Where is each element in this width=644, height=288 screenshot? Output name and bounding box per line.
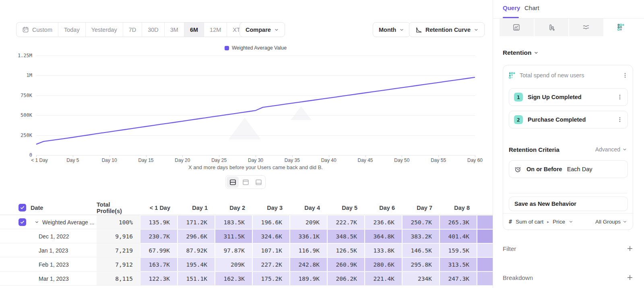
behavior-title: Total spend of new users [520, 72, 617, 79]
chevron-down-icon [569, 220, 573, 224]
column-header-day[interactable]: Day 5 [327, 200, 365, 215]
main-panel: CustomTodayYesterday7D30D3M6M12MXTD Comp… [0, 0, 493, 288]
timing-condition: On or Before [526, 166, 562, 172]
retention-value-cell: 383.2K [402, 230, 439, 243]
row-divider [0, 285, 493, 286]
kebab-menu-icon[interactable] [616, 116, 623, 123]
filter-section[interactable]: Filter [503, 244, 633, 253]
chart-top-view-toggle[interactable] [239, 176, 252, 188]
retention-value-cell: 116.9K [290, 244, 327, 257]
view-toggle-group [225, 175, 266, 189]
retention-value-cell: 135.9K [140, 215, 177, 229]
tab-chart[interactable]: Chart [524, 4, 539, 11]
retention-value-cell: 162.3K [215, 272, 252, 285]
metric-property[interactable]: Price [553, 219, 565, 225]
kebab-menu-icon[interactable] [616, 93, 623, 101]
all-groups-dropdown[interactable]: All Groups [595, 219, 627, 225]
chevron-down-icon [534, 50, 539, 55]
criteria-advanced-dropdown[interactable]: Advanced [595, 146, 627, 153]
column-header-day[interactable]: Day 6 [365, 200, 402, 215]
retention-value-cell: 171.2K [178, 215, 215, 229]
retention-value-cell: 189.9K [290, 272, 327, 285]
breakdown-label: Breakdown [503, 274, 533, 281]
column-header-total-profiles[interactable]: Total Profile(s) [97, 200, 140, 215]
retention-report-app: CustomTodayYesterday7D30D3M6M12MXTD Comp… [0, 0, 644, 288]
insights-icon [512, 23, 520, 31]
retention-value-cell: 234K [402, 272, 439, 285]
split-view-icon [229, 179, 236, 186]
table-bottom-view-toggle[interactable] [252, 176, 264, 188]
column-header-date[interactable]: Date [31, 200, 97, 215]
total-profiles-value: 7,219 [97, 243, 140, 257]
section-dropdown-retention[interactable]: Retention [503, 49, 539, 56]
table-bottom-view-icon [255, 179, 262, 186]
numeric-metric-icon: # [509, 218, 512, 225]
chevron-down-icon [35, 220, 39, 224]
retention-value-cell: 97.87K [215, 244, 252, 257]
step-event-label: Purchase Completed [528, 116, 611, 123]
metric-label[interactable]: Sum of cart [516, 219, 543, 225]
chart-top-view-icon [242, 179, 249, 186]
retention-icon [617, 24, 625, 31]
table-row: Mar 1, 20238,115122.3K151.1K162.3K175.2K… [0, 271, 493, 286]
retention-icon [509, 72, 516, 79]
step-number-badge: 1 [514, 93, 523, 102]
x-axis-caption: X and more days before your Users came b… [36, 164, 475, 170]
retention-value-cell: 227.2K [253, 258, 289, 271]
retention-value-cell: 250.7K [402, 215, 439, 229]
table-row: Dec 1, 20229,916230.7K296.6K311.5K324.6K… [0, 229, 493, 243]
behavior-card: Total spend of new users 1Sign Up Comple… [503, 65, 633, 230]
column-header-day[interactable]: Day 8 [440, 200, 477, 215]
save-as-new-behavior-button[interactable]: Save as New Behavior [509, 197, 628, 211]
chart-line-series [0, 0, 493, 201]
total-profiles-value: 100% [97, 215, 140, 229]
column-header-day[interactable]: Day 7 [402, 200, 440, 215]
tab-retention[interactable] [604, 19, 638, 36]
breakdown-section[interactable]: Breakdown [503, 273, 633, 282]
tab-flows[interactable] [569, 19, 603, 36]
behavior-step-2[interactable]: 2Purchase Completed [509, 111, 628, 128]
retention-value-cell: 133.8K [365, 244, 402, 257]
retention-value-cell: 206.2K [328, 272, 364, 285]
timing-value: Each Day [567, 166, 592, 172]
select-all-checkbox[interactable] [19, 204, 26, 211]
split-view-toggle[interactable] [227, 176, 239, 188]
retention-value-cell: 260.9K [328, 258, 364, 271]
retention-value-cell: 313.5K [440, 258, 477, 271]
column-header-day[interactable]: Day 4 [290, 200, 327, 215]
tab-insights[interactable] [500, 19, 534, 36]
retention-value-cell: 107.1K [253, 244, 289, 257]
caret-right-icon: ▸ [547, 220, 549, 224]
retention-value-cell: 295.8K [402, 258, 439, 271]
tab-query[interactable]: Query [503, 4, 520, 11]
chevron-down-icon [623, 220, 627, 224]
retention-line-chart: Weighted Average Value 0250K500K750K1M1.… [0, 0, 493, 201]
behavior-step-1[interactable]: 1Sign Up Completed [509, 88, 628, 106]
section-label: Retention [503, 49, 531, 56]
kebab-menu-icon[interactable] [621, 72, 629, 79]
row-label: Feb 1, 2023 [39, 261, 69, 268]
retention-value-cell: 364.8K [365, 230, 402, 243]
column-header-day[interactable]: Day 3 [252, 200, 290, 215]
retention-value-cell: 159.5K [440, 244, 477, 257]
retention-value-cell: 222.7K [328, 215, 364, 229]
alarm-clock-icon [514, 166, 522, 173]
retention-value-cell-clipped [477, 215, 493, 229]
row-checkbox[interactable] [19, 218, 26, 226]
step-number-badge: 2 [514, 115, 523, 124]
retention-value-cell: 221.4K [365, 272, 402, 285]
column-header-day[interactable]: Day 1 [178, 200, 215, 215]
total-profiles-value: 8,115 [97, 271, 140, 286]
retention-value-cell: 175.2K [253, 272, 289, 285]
criteria-mode-label: Advanced [595, 146, 620, 153]
retention-value-cell: 67.99K [140, 244, 177, 257]
column-header-day[interactable]: < 1 Day [140, 200, 178, 215]
retention-value-cell: 336.1K [290, 230, 327, 243]
all-groups-label: All Groups [595, 219, 621, 225]
timing-row[interactable]: On or Before Each Day [509, 160, 628, 178]
tab-funnels[interactable] [535, 19, 569, 36]
expand-row-button[interactable] [35, 220, 39, 224]
column-header-day[interactable]: Day 2 [215, 200, 252, 215]
retention-value-cell: 265.3K [440, 215, 477, 229]
retention-value-cell-clipped [477, 258, 493, 271]
